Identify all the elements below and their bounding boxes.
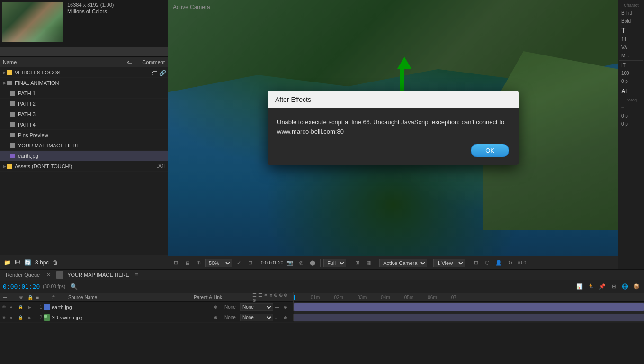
timeline-icons: 📊 🏃 📌 ⊞ 🌐 📦 bbox=[575, 282, 641, 291]
bottom-area: Render Queue ✕ YOUR MAP IMAGE HERE ≡ 0:0… bbox=[0, 269, 644, 364]
list-item[interactable]: YOUR MAP IMAGE HERE bbox=[0, 140, 168, 151]
layer-expand-2[interactable]: ▶ bbox=[28, 315, 31, 320]
item-color-dot bbox=[7, 164, 12, 169]
search-icon[interactable]: 🔍 bbox=[70, 283, 78, 290]
layer-parent-select-2[interactable]: None bbox=[240, 314, 273, 321]
globe-icon[interactable]: 🌐 bbox=[620, 282, 630, 291]
size-value: 11 bbox=[619, 36, 643, 43]
table-row[interactable]: 👁 ● 🔒 ▶ 2 3D switch.jpg ⊕ None None ↕ ⊕ bbox=[0, 312, 644, 323]
list-item[interactable]: PATH 2 bbox=[0, 99, 168, 109]
collab-icon[interactable]: 👤 bbox=[494, 258, 503, 268]
divider bbox=[619, 60, 643, 61]
roi-icon[interactable]: ⊞ bbox=[352, 258, 362, 268]
grid2-icon[interactable]: ⊞ bbox=[609, 282, 618, 291]
comp-menu-icon[interactable]: ≡ bbox=[135, 272, 138, 278]
metrics-label: M... bbox=[619, 52, 643, 59]
render-icon[interactable]: ⊡ bbox=[471, 258, 481, 268]
layer-eye-1[interactable]: 👁 bbox=[2, 305, 9, 309]
list-item[interactable]: PATH 1 bbox=[0, 88, 168, 99]
layer-dot-1: ⊕ bbox=[284, 305, 291, 309]
layer-eye-2[interactable]: 👁 bbox=[2, 315, 9, 320]
timeline-layers: 👁 ● 🔒 ▶ 1 earth.jpg ⊕ None None — ⊕ bbox=[0, 302, 644, 364]
expand-arrow-icon: ▶ bbox=[3, 70, 6, 75]
layer-lock-2[interactable]: 🔒 bbox=[18, 315, 25, 320]
item-color-dot bbox=[7, 70, 12, 75]
right-panel: Charact B Titl Bold T 11 VA M... IT 100 … bbox=[618, 0, 644, 269]
quality-select[interactable]: Full Half bbox=[323, 259, 346, 267]
timeline-header: Render Queue ✕ YOUR MAP IMAGE HERE ≡ bbox=[0, 270, 644, 280]
table-row[interactable]: 👁 ● 🔒 ▶ 1 earth.jpg ⊕ None None — ⊕ bbox=[0, 302, 644, 312]
viewport-canvas: Active Camera After Effects Unable to ex… bbox=[168, 0, 618, 256]
bpc-display: 8 bpc bbox=[35, 259, 49, 266]
preview-icon[interactable]: 🎞 bbox=[15, 259, 20, 266]
layer-solo-2[interactable]: ● bbox=[10, 315, 17, 320]
item-name: PATH 1 bbox=[18, 91, 165, 96]
scale-value: 100 bbox=[619, 70, 643, 77]
color-col: ■ bbox=[36, 295, 50, 300]
flow-icon[interactable]: 🔄 bbox=[24, 259, 31, 266]
paragraph-label: Parag bbox=[619, 97, 643, 103]
layer-name-2: 3D switch.jpg bbox=[52, 315, 212, 320]
item-name: earth.jpg bbox=[18, 153, 165, 159]
layer-expand-1[interactable]: ▶ bbox=[28, 305, 31, 309]
view-select[interactable]: 1 View 2 Views bbox=[433, 259, 465, 267]
trash-icon[interactable]: 🗑 bbox=[53, 259, 58, 266]
left-footer: 📁 🎞 🔄 8 bpc 🗑 bbox=[0, 255, 168, 269]
list-item[interactable]: PATH 3 bbox=[0, 109, 168, 119]
item-color-dot bbox=[10, 133, 15, 137]
tab-close-icon[interactable]: ✕ bbox=[46, 272, 50, 277]
project-search-bar[interactable] bbox=[0, 47, 168, 57]
list-item[interactable]: PATH 4 bbox=[0, 119, 168, 130]
num-col: # bbox=[52, 295, 66, 300]
it-label: IT bbox=[619, 62, 643, 69]
sync-icon[interactable]: ↻ bbox=[505, 258, 515, 268]
ruler-mark-05m: 05m bbox=[404, 295, 413, 300]
box-icon[interactable]: 📦 bbox=[632, 282, 641, 291]
graph-icon[interactable]: 📊 bbox=[575, 282, 584, 291]
list-item[interactable]: ▶ VEHICLES LOGOS 🏷 🔗 bbox=[0, 67, 168, 78]
item-name: PATH 3 bbox=[18, 111, 165, 117]
transparency-icon[interactable]: ▦ bbox=[364, 258, 373, 268]
zoom-select[interactable]: 50% 100% 25% bbox=[205, 259, 232, 267]
item-name: PATH 2 bbox=[18, 101, 165, 107]
target-icon[interactable]: ◎ bbox=[296, 258, 306, 268]
ok-button[interactable]: OK bbox=[471, 144, 509, 157]
bold-label: Bold bbox=[619, 18, 643, 25]
current-time[interactable]: 0:00:01:20 bbox=[3, 283, 40, 290]
folder-icon[interactable]: 📁 bbox=[4, 259, 11, 266]
list-item[interactable]: ▶ FINAL ANIMATION bbox=[0, 78, 168, 88]
layer-name-1: earth.jpg bbox=[52, 304, 212, 310]
flags-icon: ☰ bbox=[3, 295, 17, 300]
motion-icon[interactable]: 🏃 bbox=[586, 282, 596, 291]
layer-track-1 bbox=[294, 302, 644, 312]
layer-track-2 bbox=[294, 312, 644, 322]
item-color-dot bbox=[10, 101, 15, 106]
color-swatch-icon[interactable]: ⬤ bbox=[308, 258, 317, 268]
layer-num-2: 2 bbox=[34, 315, 42, 320]
list-item[interactable]: earth.jpg bbox=[0, 151, 168, 161]
layer-icon-inner bbox=[44, 315, 47, 318]
expand-arrow-icon: ▶ bbox=[3, 164, 6, 169]
fit-icon[interactable]: ⊡ bbox=[245, 258, 255, 268]
project-list: ▶ VEHICLES LOGOS 🏷 🔗 ▶ FINAL ANIMATION P… bbox=[0, 67, 168, 255]
flow-icon2[interactable]: ⬡ bbox=[483, 258, 492, 268]
layer-num-1: 1 bbox=[34, 304, 42, 309]
layer-solo-1[interactable]: ● bbox=[10, 305, 17, 309]
check-icon[interactable]: ✓ bbox=[234, 258, 243, 268]
monitor-icon[interactable]: 🖥 bbox=[182, 258, 192, 268]
render-queue-tab[interactable]: Render Queue bbox=[3, 271, 43, 279]
layer-parent-select-1[interactable]: None bbox=[240, 303, 273, 311]
camera-snap-icon[interactable]: 📷 bbox=[285, 258, 295, 268]
mask-icon[interactable]: ⊕ bbox=[194, 258, 203, 268]
separator4 bbox=[376, 259, 376, 267]
thumbnail-area: 16384 x 8192 (1.00) Millions of Colors bbox=[0, 0, 168, 47]
layer-parent-label-2: None bbox=[224, 315, 239, 320]
divider2 bbox=[619, 86, 643, 86]
pin-icon[interactable]: 📌 bbox=[598, 282, 607, 291]
layer-line-2: ↕ bbox=[275, 315, 282, 320]
camera-select[interactable]: Active Camera bbox=[379, 259, 427, 267]
grid-icon[interactable]: ⊞ bbox=[171, 258, 180, 268]
list-item[interactable]: Pins Preview bbox=[0, 130, 168, 140]
layer-lock-1[interactable]: 🔒 bbox=[18, 305, 25, 309]
list-item[interactable]: ▶ Assets (DON'T TOUCH!) DOI bbox=[0, 161, 168, 172]
